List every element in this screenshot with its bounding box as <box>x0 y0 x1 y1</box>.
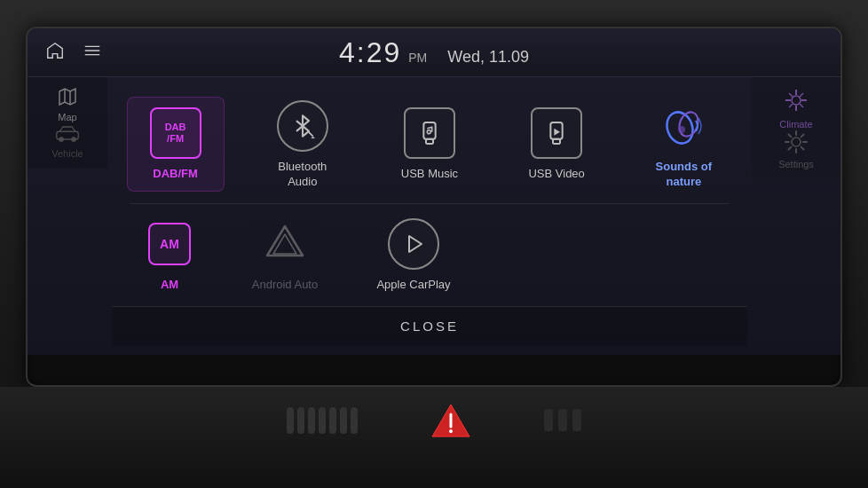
svg-marker-20 <box>409 236 422 252</box>
left-sidebar: Map Vehicle <box>28 77 107 168</box>
am-icon-wrapper: AM <box>143 217 196 271</box>
usb-video-label: USB Video <box>528 167 584 182</box>
android-auto-label: Android Auto <box>252 278 318 293</box>
am-text: AM <box>160 237 179 251</box>
svg-line-28 <box>800 93 803 97</box>
android-auto-icon <box>259 218 311 270</box>
vehicle-label: Vehicle <box>51 148 83 159</box>
dab-fm-label: DAB/FM <box>153 167 198 182</box>
grid-item-android-auto[interactable]: Android Auto <box>236 209 334 302</box>
vent-slot <box>319 407 326 434</box>
grid-item-dab-fm[interactable]: DAB/FM DAB/FM <box>127 97 225 192</box>
svg-point-33 <box>449 429 453 433</box>
dab-text: DAB/FM <box>165 122 186 145</box>
right-controls <box>544 409 581 431</box>
svg-rect-13 <box>553 139 560 144</box>
close-row: Close <box>112 306 747 346</box>
grid-row-1: DAB/FM DAB/FM <box>112 86 747 203</box>
svg-line-27 <box>800 104 803 107</box>
dab-icon: DAB/FM <box>150 107 201 159</box>
apple-carplay-icon-wrapper <box>387 217 440 271</box>
vehicle-icon <box>55 122 80 144</box>
grid-item-bluetooth-audio[interactable]: BluetoothAudio <box>254 91 351 199</box>
grid-item-usb-music[interactable]: USB Music <box>381 98 478 191</box>
usb-music-label: USB Music <box>401 167 458 182</box>
am-label: AM <box>161 278 178 293</box>
date-display: Wed, 11.09 <box>447 48 529 67</box>
sounds-icon-wrapper <box>657 99 710 153</box>
svg-point-17 <box>678 126 685 133</box>
bluetooth-audio-label: BluetoothAudio <box>278 160 327 190</box>
sounds-icon <box>658 100 709 152</box>
status-left <box>45 41 304 65</box>
svg-line-26 <box>789 93 793 97</box>
control-slot <box>558 409 567 431</box>
control-slot <box>544 409 553 431</box>
vent-slot <box>297 407 304 434</box>
svg-marker-18 <box>267 226 303 256</box>
bt-icon <box>277 100 328 152</box>
status-bar: 4:29 PM Wed, 11.09 <box>28 28 840 77</box>
warning-triangle-svg <box>430 402 472 439</box>
control-slot <box>572 409 581 431</box>
sounds-svg <box>659 101 708 151</box>
map-label: Map <box>58 112 76 122</box>
apple-carplay-icon <box>388 218 439 270</box>
car-bottom <box>0 387 868 488</box>
usb-video-icon <box>531 107 582 159</box>
svg-marker-3 <box>59 89 75 105</box>
settings-label: Settings <box>778 159 814 169</box>
climate-icon <box>782 86 810 114</box>
svg-point-30 <box>792 138 801 146</box>
vent-slot <box>329 407 336 434</box>
svg-point-8 <box>72 138 75 141</box>
time-display: 4:29 <box>339 36 401 69</box>
usb-video-icon-wrapper <box>530 106 583 160</box>
usb-music-icon-wrapper <box>403 106 456 160</box>
sidebar-item-climate[interactable]: Climate <box>779 86 812 130</box>
car-display: 4:29 PM Wed, 11.09 Map <box>0 0 868 488</box>
settings-icon <box>784 130 809 154</box>
am-icon: AM <box>148 223 191 265</box>
dab-fm-icon-wrapper: DAB/FM <box>149 106 202 160</box>
usb-video-svg <box>542 119 571 147</box>
sidebar-item-vehicle[interactable]: Vehicle <box>51 122 83 159</box>
close-button[interactable]: Close <box>400 319 459 334</box>
svg-marker-19 <box>273 234 296 254</box>
sidebar-item-settings[interactable]: Settings <box>778 130 814 169</box>
status-center: 4:29 PM Wed, 11.09 <box>304 36 564 69</box>
right-sidebar: Climate Settings <box>752 77 840 178</box>
time-ampm: PM <box>408 51 427 65</box>
android-auto-icon-wrapper <box>258 217 312 271</box>
usb-music-icon <box>404 107 455 159</box>
svg-point-7 <box>59 138 63 141</box>
grid-row-2: AM AM <box>112 204 747 306</box>
screen: 4:29 PM Wed, 11.09 Map <box>26 27 842 387</box>
climate-label: Climate <box>779 119 812 130</box>
usb-music-svg <box>415 119 444 147</box>
svg-marker-14 <box>554 129 560 136</box>
grid-item-am[interactable]: AM AM <box>130 209 209 302</box>
warning-triangle[interactable] <box>429 400 473 440</box>
android-auto-svg <box>263 222 307 266</box>
svg-rect-11 <box>426 139 433 144</box>
bluetooth-svg <box>290 114 315 138</box>
left-vent <box>287 407 358 434</box>
vent-area <box>0 391 868 449</box>
grid-item-sounds-of-nature[interactable]: Sounds ofnature <box>635 91 732 199</box>
grid-item-apple-carplay[interactable]: Apple CarPlay <box>360 209 467 302</box>
vent-slot <box>340 407 347 434</box>
sidebar-item-map[interactable]: Map <box>57 86 78 122</box>
vent-slot <box>351 407 358 434</box>
menu-icon[interactable] <box>83 41 102 65</box>
grid-item-usb-video[interactable]: USB Video <box>508 98 605 191</box>
sounds-of-nature-label: Sounds ofnature <box>656 160 713 190</box>
carplay-svg <box>400 231 427 257</box>
center-grid: DAB/FM DAB/FM <box>107 77 752 355</box>
vent-slot <box>287 407 294 434</box>
main-content: Map Vehicle <box>28 77 840 355</box>
svg-point-21 <box>792 96 801 105</box>
home-icon[interactable] <box>45 41 65 65</box>
map-icon <box>57 86 78 107</box>
svg-line-29 <box>789 104 793 107</box>
